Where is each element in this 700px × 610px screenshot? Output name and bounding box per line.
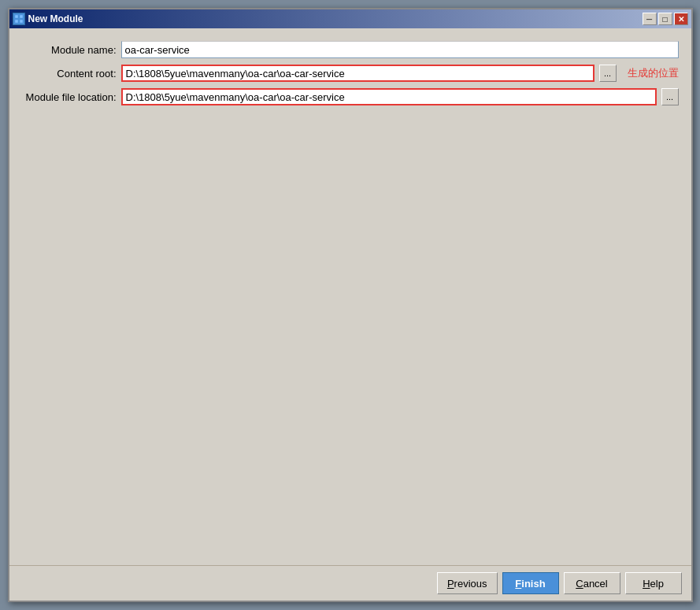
content-root-row: Content root: ... 生成的位置 (22, 65, 679, 82)
window-title: New Module (28, 13, 83, 24)
minimize-button[interactable]: ─ (643, 13, 657, 25)
title-bar-left: New Module (13, 13, 83, 25)
form-section: Module name: Content root: ... 生成的位置 Mod… (22, 41, 679, 105)
annotation-text: 生成的位置 (628, 66, 679, 80)
title-bar-controls: ─ □ ✕ (643, 13, 688, 25)
module-file-label: Module file location: (22, 91, 117, 103)
previous-button[interactable]: Previous (437, 572, 498, 594)
spacer (22, 105, 679, 553)
window-icon (13, 13, 25, 25)
svg-rect-2 (15, 20, 18, 23)
module-name-label: Module name: (22, 44, 117, 56)
module-name-input[interactable] (121, 41, 679, 58)
finish-button[interactable]: Finish (502, 572, 559, 594)
help-label: Help (643, 578, 664, 590)
svg-rect-1 (20, 15, 23, 18)
content-root-label: Content root: (22, 68, 117, 79)
close-button[interactable]: ✕ (674, 13, 688, 25)
maximize-button[interactable]: □ (658, 13, 672, 25)
module-file-row: Module file location: ... (22, 88, 679, 105)
content-area: Module name: Content root: ... 生成的位置 Mod… (9, 28, 691, 565)
svg-rect-3 (20, 20, 23, 23)
previous-label: Previous (447, 578, 487, 590)
module-name-row: Module name: (22, 41, 679, 58)
cancel-button[interactable]: Cancel (564, 572, 620, 594)
new-module-window: New Module ─ □ ✕ Module name: Content ro… (8, 8, 693, 602)
finish-label: Finish (515, 578, 545, 590)
cancel-label: Cancel (576, 578, 607, 590)
help-button[interactable]: Help (625, 572, 682, 594)
module-file-input[interactable] (121, 88, 657, 105)
content-root-browse-button[interactable]: ... (599, 65, 617, 82)
footer: Previous Finish Cancel Help (9, 565, 691, 601)
title-bar: New Module ─ □ ✕ (9, 9, 691, 28)
module-file-browse-button[interactable]: ... (661, 88, 679, 105)
content-root-input[interactable] (121, 65, 594, 82)
svg-rect-0 (15, 15, 18, 18)
